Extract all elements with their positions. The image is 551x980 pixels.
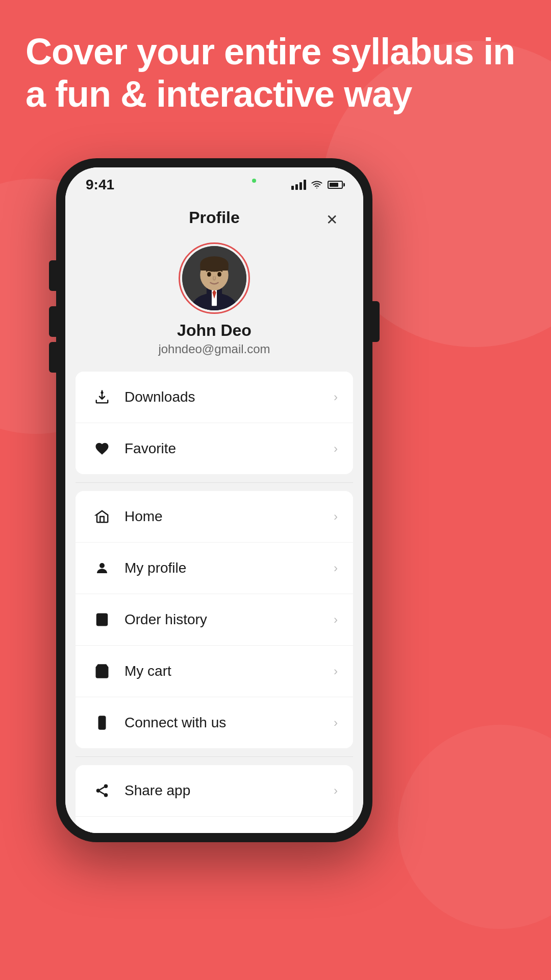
home-chevron: › xyxy=(334,509,338,524)
menu-item-home[interactable]: Home › xyxy=(76,491,353,543)
downloads-label: Downloads xyxy=(124,389,334,405)
user-email: johndeo@gmail.com xyxy=(158,342,270,356)
connect-with-us-label: Connect with us xyxy=(124,715,334,731)
avatar-image xyxy=(182,246,246,310)
heart-icon xyxy=(91,437,113,460)
hero-text: Cover your entire syllabus in a fun & in… xyxy=(26,31,525,115)
download-icon xyxy=(91,386,113,408)
avatar-section: John Deo johndeo@gmail.com xyxy=(65,237,363,372)
menu-item-connect-with-us[interactable]: Connect with us › xyxy=(76,697,353,748)
svg-point-10 xyxy=(217,272,221,277)
cart-icon xyxy=(91,660,113,682)
menu-section-2: Home › My profile › Orde xyxy=(76,491,353,748)
my-cart-chevron: › xyxy=(334,664,338,678)
favorite-label: Favorite xyxy=(124,440,334,457)
svg-line-23 xyxy=(100,792,105,794)
screen-content: Profile ✕ xyxy=(65,198,363,833)
svg-point-9 xyxy=(207,272,211,277)
order-history-label: Order history xyxy=(124,611,334,628)
close-button[interactable]: ✕ xyxy=(320,208,343,231)
svg-line-24 xyxy=(100,787,105,790)
profile-title: Profile xyxy=(189,208,240,227)
my-profile-label: My profile xyxy=(124,560,334,576)
my-profile-chevron: › xyxy=(334,561,338,575)
connect-with-us-chevron: › xyxy=(334,716,338,730)
share-app-label: Share app xyxy=(124,782,334,799)
my-cart-label: My cart xyxy=(124,663,334,679)
star-icon xyxy=(91,831,113,833)
menu-item-favorite[interactable]: Favorite › xyxy=(76,423,353,474)
svg-point-11 xyxy=(101,391,104,394)
home-label: Home xyxy=(124,508,334,525)
green-dot xyxy=(252,179,256,183)
downloads-chevron: › xyxy=(334,390,338,404)
svg-point-21 xyxy=(96,789,101,793)
menu-section-1: Downloads › Favorite › xyxy=(76,372,353,474)
avatar-ring xyxy=(179,242,250,314)
home-icon xyxy=(91,505,113,528)
menu-item-my-cart[interactable]: My cart › xyxy=(76,646,353,697)
share-icon xyxy=(91,779,113,802)
menu-item-rate-us[interactable]: Rate us › xyxy=(76,817,353,833)
menu-item-my-profile[interactable]: My profile › xyxy=(76,543,353,594)
svg-point-12 xyxy=(99,563,105,568)
battery-icon xyxy=(328,181,343,189)
menu-divider-2 xyxy=(76,756,353,757)
phone-device: 9:41 Profile xyxy=(56,158,372,949)
menu-section-3: Share app › Rate us › xyxy=(76,765,353,833)
share-app-chevron: › xyxy=(334,783,338,798)
svg-point-22 xyxy=(104,793,108,797)
favorite-chevron: › xyxy=(334,442,338,456)
menu-divider-1 xyxy=(76,482,353,483)
svg-point-20 xyxy=(104,785,108,789)
menu-item-share-app[interactable]: Share app › xyxy=(76,765,353,817)
menu-item-downloads[interactable]: Downloads › xyxy=(76,372,353,423)
status-icons xyxy=(291,179,343,190)
avatar xyxy=(182,246,246,310)
status-bar: 9:41 xyxy=(65,167,363,198)
user-name: John Deo xyxy=(177,321,252,340)
status-time: 9:41 xyxy=(86,177,114,193)
user-icon xyxy=(91,557,113,579)
order-history-chevron: › xyxy=(334,612,338,627)
signal-icon xyxy=(291,180,306,190)
profile-header: Profile ✕ xyxy=(65,198,363,237)
phone-icon xyxy=(91,712,113,734)
svg-rect-8 xyxy=(200,264,228,271)
menu-item-order-history[interactable]: Order history › xyxy=(76,594,353,646)
list-icon xyxy=(91,608,113,631)
wifi-icon xyxy=(311,179,322,190)
